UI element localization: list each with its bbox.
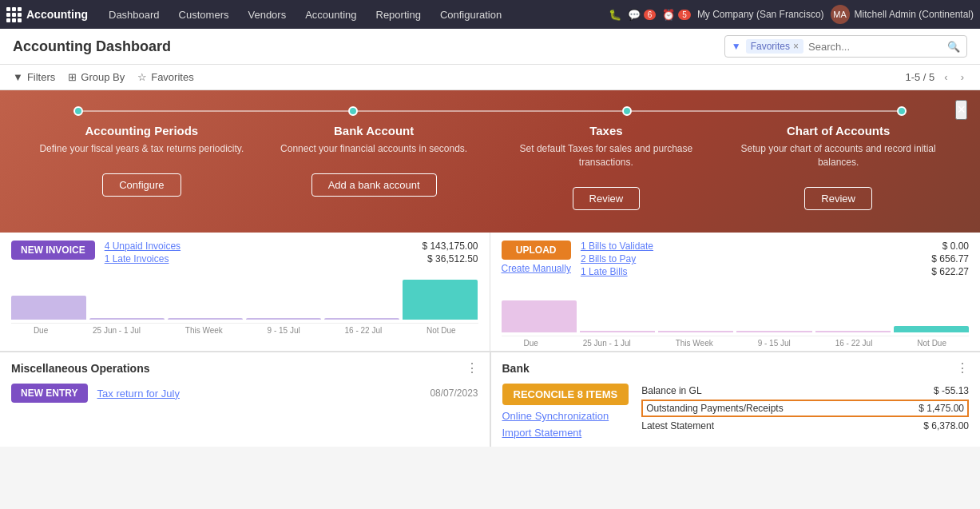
- company-name: My Company (San Francisco): [697, 9, 824, 20]
- create-manually-link[interactable]: Create Manually: [502, 263, 571, 274]
- filter-icon: ▼: [732, 41, 741, 52]
- favorites-button[interactable]: ☆ Favorites: [137, 71, 193, 83]
- step-dot-2: [348, 106, 358, 116]
- nav-accounting[interactable]: Accounting: [297, 0, 364, 29]
- add-bank-account-button[interactable]: Add a bank account: [311, 173, 437, 197]
- outstanding-label: Outstanding Payments/Receipts: [646, 403, 783, 414]
- bills-chart-labels: Due 25 Jun - 1 Jul This Week 9 - 15 Jul …: [502, 336, 970, 348]
- upload-button[interactable]: UPLOAD: [502, 241, 571, 260]
- bar-group-4: [324, 318, 399, 320]
- bills-to-validate-value: $ 0.00: [942, 241, 969, 252]
- bills-bar-notdue-rect: [894, 326, 969, 332]
- invoices-chart: Due 25 Jun - 1 Jul This Week 9 - 15 Jul …: [0, 272, 490, 338]
- chat-icon-btn[interactable]: 💬 6: [628, 9, 657, 21]
- search-bar: ▼ Favorites × 🔍: [724, 35, 967, 58]
- misc-entry-label[interactable]: Tax return for July: [97, 388, 421, 400]
- import-statement-link[interactable]: Import Statement: [502, 427, 629, 439]
- step-columns: Accounting Periods Define your fiscal ye…: [26, 124, 954, 210]
- taxes-review-button[interactable]: Review: [573, 187, 641, 210]
- bills-bar-1-rect: [580, 331, 655, 332]
- bar-group-due: [11, 296, 86, 320]
- late-invoices-link[interactable]: 1 Late Invoices: [105, 253, 169, 264]
- balance-gl-value: $ -55.13: [934, 385, 969, 396]
- filter-bar: ▼ Filters ⊞ Group By ☆ Favorites 1-5 / 5…: [0, 65, 980, 90]
- prev-page-button[interactable]: ‹: [941, 70, 950, 85]
- nav-vendors[interactable]: Vendors: [240, 0, 294, 29]
- filters-button[interactable]: ▼ Filters: [13, 71, 55, 83]
- misc-entry-row: NEW ENTRY Tax return for July 08/07/2023: [11, 384, 478, 403]
- nav-reporting[interactable]: Reporting: [368, 0, 429, 29]
- step-1-desc: Define your fiscal years & tax returns p…: [32, 142, 252, 156]
- bills-label-1: 25 Jun - 1 Jul: [583, 339, 631, 348]
- misc-three-dots[interactable]: ⋮: [466, 360, 478, 376]
- invoices-card: NEW INVOICE 4 Unpaid Invoices $ 143,175.…: [0, 233, 490, 352]
- user-name: Mitchell Admin (Continental): [855, 9, 974, 20]
- step-line-3: [632, 110, 897, 112]
- invoice-stat-1: 4 Unpaid Invoices $ 143,175.00: [105, 241, 478, 252]
- search-input[interactable]: [808, 41, 942, 53]
- nav-customers[interactable]: Customers: [171, 0, 237, 29]
- grid-icon: [6, 7, 22, 22]
- app-logo[interactable]: Accounting: [6, 7, 91, 22]
- close-banner-button[interactable]: ×: [955, 100, 967, 120]
- bills-label-due: Due: [523, 339, 538, 348]
- filter-left: ▼ Filters ⊞ Group By ☆ Favorites: [13, 71, 194, 83]
- step-3-title: Taxes: [497, 124, 716, 137]
- nav-configuration[interactable]: Configuration: [432, 0, 510, 29]
- balance-gl-label: Balance in GL: [641, 385, 701, 396]
- invoices-card-header: NEW INVOICE 4 Unpaid Invoices $ 143,175.…: [0, 233, 490, 272]
- bills-label-thisweek: This Week: [676, 339, 713, 348]
- tag-close-icon[interactable]: ×: [793, 41, 799, 52]
- chart-label-thisweek: This Week: [185, 326, 223, 335]
- bills-stat-2: 2 Bills to Pay $ 656.77: [581, 253, 969, 264]
- chart-label-due: Due: [34, 326, 48, 335]
- bills-actions: UPLOAD Create Manually: [502, 241, 571, 274]
- late-invoices-value: $ 36,512.50: [427, 253, 478, 264]
- bar-2: [168, 318, 243, 320]
- bills-label-notdue: Not Due: [917, 339, 946, 348]
- bank-stat-2-highlighted: Outstanding Payments/Receipts $ 1,475.00: [641, 400, 969, 417]
- next-page-button[interactable]: ›: [958, 70, 967, 85]
- bills-bar-4-rect: [815, 331, 891, 332]
- bank-three-dots[interactable]: ⋮: [956, 360, 969, 376]
- bills-bar-2: [658, 331, 733, 332]
- step-accounting-periods: Accounting Periods Define your fiscal ye…: [26, 124, 258, 210]
- chart-review-button[interactable]: Review: [804, 187, 872, 210]
- bills-bar-due-rect: [502, 300, 577, 332]
- bug-icon-btn[interactable]: 🐛: [609, 9, 621, 21]
- favorites-tag-label: Favorites: [751, 41, 790, 52]
- star-icon: ☆: [137, 71, 147, 83]
- late-bills-value: $ 622.27: [931, 266, 969, 277]
- clock-icon-btn[interactable]: ⏰ 5: [662, 9, 691, 21]
- bank-card-actions: RECONCILE 8 ITEMS Online Synchronization…: [502, 384, 629, 439]
- group-by-button[interactable]: ⊞ Group By: [68, 71, 125, 83]
- bills-chart: Due 25 Jun - 1 Jul This Week 9 - 15 Jul …: [490, 285, 981, 351]
- user-menu[interactable]: MA Mitchell Admin (Continental): [831, 5, 974, 24]
- bills-to-pay-link[interactable]: 2 Bills to Pay: [581, 253, 636, 264]
- nav-dashboard[interactable]: Dashboard: [101, 0, 168, 29]
- step-4-desc: Setup your chart of accounts and record …: [728, 142, 948, 169]
- step-1-title: Accounting Periods: [32, 124, 252, 137]
- bills-bar-due: [502, 300, 577, 332]
- new-invoice-button[interactable]: NEW INVOICE: [11, 241, 95, 260]
- misc-entry-date: 08/07/2023: [430, 388, 478, 399]
- bills-bar-1: [580, 331, 655, 332]
- late-bills-link[interactable]: 1 Late Bills: [581, 266, 628, 277]
- pagination-text: 1-5 / 5: [905, 71, 934, 83]
- bills-to-validate-link[interactable]: 1 Bills to Validate: [581, 241, 653, 252]
- clock-badge: 5: [678, 10, 691, 20]
- bills-card: UPLOAD Create Manually 1 Bills to Valida…: [490, 233, 981, 352]
- unpaid-invoices-link[interactable]: 4 Unpaid Invoices: [105, 241, 181, 252]
- latest-statement-value: $ 6,378.00: [923, 420, 969, 431]
- invoice-chart-labels: Due 25 Jun - 1 Jul This Week 9 - 15 Jul …: [11, 323, 478, 335]
- bills-stat-3: 1 Late Bills $ 622.27: [581, 266, 969, 277]
- new-entry-button[interactable]: NEW ENTRY: [11, 384, 88, 403]
- bank-card: Bank ⋮ RECONCILE 8 ITEMS Online Synchron…: [490, 352, 981, 447]
- configure-button[interactable]: Configure: [102, 173, 181, 197]
- reconcile-button[interactable]: RECONCILE 8 ITEMS: [502, 384, 629, 405]
- search-icon[interactable]: 🔍: [947, 41, 960, 53]
- online-sync-link[interactable]: Online Synchronization: [502, 410, 629, 422]
- setup-banner: × Accounting Periods Define your fiscal …: [0, 90, 980, 233]
- bank-stat-1: Balance in GL $ -55.13: [641, 384, 969, 398]
- bank-card-header: Bank ⋮: [502, 360, 970, 376]
